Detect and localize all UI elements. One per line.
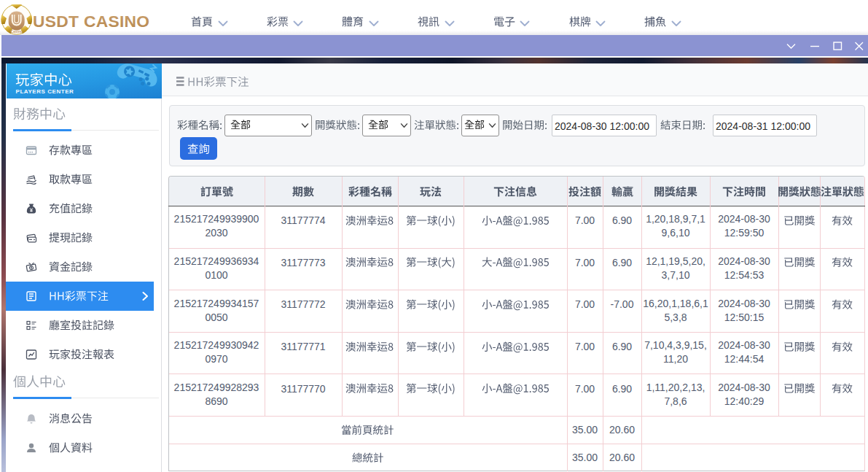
svg-text:USDT CASINO: USDT CASINO [33, 12, 149, 31]
svg-text:Casino: Casino [10, 29, 23, 34]
